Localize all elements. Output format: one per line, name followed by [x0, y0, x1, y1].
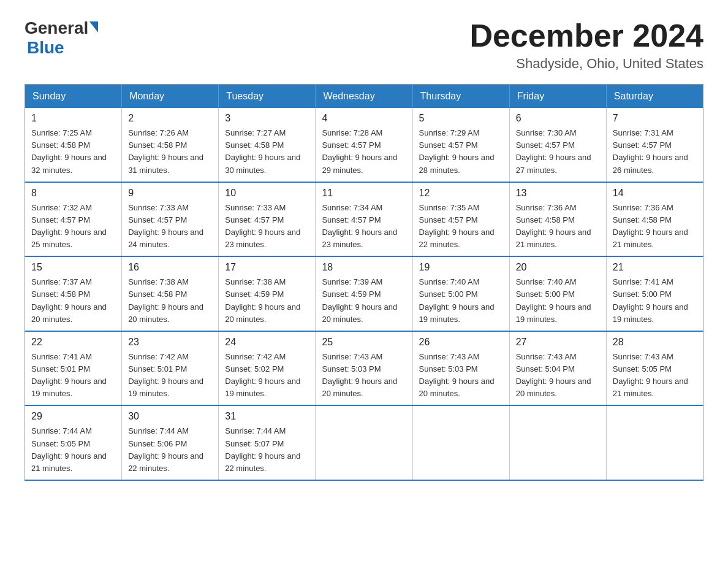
- day-info: Sunrise: 7:30 AMSunset: 4:57 PMDaylight:…: [516, 127, 600, 177]
- page-header: General Blue December 2024 Shadyside, Oh…: [25, 18, 703, 72]
- day-number: 26: [419, 337, 503, 348]
- calendar-cell: 2Sunrise: 7:26 AMSunset: 4:58 PMDaylight…: [122, 108, 219, 182]
- day-info: Sunrise: 7:44 AMSunset: 5:07 PMDaylight:…: [225, 425, 309, 475]
- calendar-cell: 21Sunrise: 7:41 AMSunset: 5:00 PMDayligh…: [606, 256, 703, 331]
- calendar-cell: 10Sunrise: 7:33 AMSunset: 4:57 PMDayligh…: [219, 182, 316, 257]
- day-header-monday: Monday: [122, 85, 219, 109]
- day-info: Sunrise: 7:28 AMSunset: 4:57 PMDaylight:…: [322, 127, 406, 177]
- day-number: 7: [613, 113, 697, 124]
- day-info: Sunrise: 7:32 AMSunset: 4:57 PMDaylight:…: [31, 202, 115, 251]
- day-info: Sunrise: 7:34 AMSunset: 4:57 PMDaylight:…: [322, 202, 406, 251]
- day-info: Sunrise: 7:36 AMSunset: 4:58 PMDaylight:…: [613, 202, 697, 251]
- day-number: 6: [516, 113, 600, 124]
- day-info: Sunrise: 7:38 AMSunset: 4:59 PMDaylight:…: [225, 276, 309, 326]
- day-info: Sunrise: 7:36 AMSunset: 4:58 PMDaylight:…: [516, 202, 600, 251]
- calendar-cell: 24Sunrise: 7:42 AMSunset: 5:02 PMDayligh…: [219, 331, 316, 406]
- day-number: 13: [516, 188, 600, 199]
- day-number: 5: [419, 113, 503, 124]
- calendar-cell: 25Sunrise: 7:43 AMSunset: 5:03 PMDayligh…: [316, 331, 412, 406]
- day-header-thursday: Thursday: [412, 85, 509, 109]
- day-number: 20: [516, 262, 600, 273]
- calendar-cell: 15Sunrise: 7:37 AMSunset: 4:58 PMDayligh…: [25, 256, 122, 331]
- day-number: 14: [613, 188, 697, 199]
- day-number: 21: [613, 262, 697, 273]
- day-info: Sunrise: 7:44 AMSunset: 5:05 PMDaylight:…: [31, 425, 115, 475]
- calendar-cell: 5Sunrise: 7:29 AMSunset: 4:57 PMDaylight…: [412, 108, 509, 182]
- calendar-cell: 18Sunrise: 7:39 AMSunset: 4:59 PMDayligh…: [316, 256, 412, 331]
- day-header-friday: Friday: [509, 85, 606, 109]
- calendar-week-row: 29Sunrise: 7:44 AMSunset: 5:05 PMDayligh…: [25, 405, 703, 480]
- calendar-cell: [412, 405, 509, 480]
- day-info: Sunrise: 7:29 AMSunset: 4:57 PMDaylight:…: [419, 127, 503, 177]
- day-number: 31: [225, 411, 309, 422]
- calendar-cell: 27Sunrise: 7:43 AMSunset: 5:04 PMDayligh…: [509, 331, 606, 406]
- calendar-cell: 4Sunrise: 7:28 AMSunset: 4:57 PMDaylight…: [316, 108, 412, 182]
- calendar-cell: 29Sunrise: 7:44 AMSunset: 5:05 PMDayligh…: [25, 405, 122, 480]
- calendar-week-row: 15Sunrise: 7:37 AMSunset: 4:58 PMDayligh…: [25, 256, 703, 331]
- day-info: Sunrise: 7:43 AMSunset: 5:03 PMDaylight:…: [322, 351, 406, 400]
- calendar-cell: 28Sunrise: 7:43 AMSunset: 5:05 PMDayligh…: [606, 331, 703, 406]
- calendar-cell: 9Sunrise: 7:33 AMSunset: 4:57 PMDaylight…: [122, 182, 219, 257]
- day-number: 8: [31, 188, 115, 199]
- day-number: 27: [516, 337, 600, 348]
- day-info: Sunrise: 7:43 AMSunset: 5:04 PMDaylight:…: [516, 351, 600, 400]
- calendar-cell: 8Sunrise: 7:32 AMSunset: 4:57 PMDaylight…: [25, 182, 122, 257]
- day-number: 24: [225, 337, 309, 348]
- day-info: Sunrise: 7:42 AMSunset: 5:01 PMDaylight:…: [128, 351, 212, 400]
- day-info: Sunrise: 7:26 AMSunset: 4:58 PMDaylight:…: [128, 127, 212, 177]
- logo-blue-text: Blue: [27, 38, 64, 57]
- day-info: Sunrise: 7:41 AMSunset: 5:01 PMDaylight:…: [31, 351, 115, 400]
- day-number: 30: [128, 411, 212, 422]
- day-header-sunday: Sunday: [25, 85, 122, 109]
- calendar-cell: 31Sunrise: 7:44 AMSunset: 5:07 PMDayligh…: [219, 405, 316, 480]
- day-info: Sunrise: 7:31 AMSunset: 4:57 PMDaylight:…: [613, 127, 697, 177]
- day-number: 16: [128, 262, 212, 273]
- day-info: Sunrise: 7:44 AMSunset: 5:06 PMDaylight:…: [128, 425, 212, 475]
- day-number: 22: [31, 337, 115, 348]
- calendar-cell: 13Sunrise: 7:36 AMSunset: 4:58 PMDayligh…: [509, 182, 606, 257]
- day-number: 2: [128, 113, 212, 124]
- day-info: Sunrise: 7:27 AMSunset: 4:58 PMDaylight:…: [225, 127, 309, 177]
- calendar-cell: 7Sunrise: 7:31 AMSunset: 4:57 PMDaylight…: [606, 108, 703, 182]
- calendar-cell: 23Sunrise: 7:42 AMSunset: 5:01 PMDayligh…: [122, 331, 219, 406]
- day-info: Sunrise: 7:39 AMSunset: 4:59 PMDaylight:…: [322, 276, 406, 326]
- day-info: Sunrise: 7:42 AMSunset: 5:02 PMDaylight:…: [225, 351, 309, 400]
- day-info: Sunrise: 7:35 AMSunset: 4:57 PMDaylight:…: [419, 202, 503, 251]
- day-info: Sunrise: 7:43 AMSunset: 5:05 PMDaylight:…: [613, 351, 697, 400]
- logo: General Blue: [25, 18, 98, 58]
- day-info: Sunrise: 7:43 AMSunset: 5:03 PMDaylight:…: [419, 351, 503, 400]
- calendar-cell: 19Sunrise: 7:40 AMSunset: 5:00 PMDayligh…: [412, 256, 509, 331]
- calendar-week-row: 1Sunrise: 7:25 AMSunset: 4:58 PMDaylight…: [25, 108, 703, 182]
- day-header-wednesday: Wednesday: [316, 85, 412, 109]
- day-number: 4: [322, 113, 406, 124]
- calendar-cell: [509, 405, 606, 480]
- location-subtitle: Shadyside, Ohio, United States: [469, 56, 703, 72]
- calendar-cell: [606, 405, 703, 480]
- day-info: Sunrise: 7:37 AMSunset: 4:58 PMDaylight:…: [31, 276, 115, 326]
- logo-general-text: General: [25, 18, 88, 38]
- day-number: 9: [128, 188, 212, 199]
- day-number: 3: [225, 113, 309, 124]
- calendar-cell: 14Sunrise: 7:36 AMSunset: 4:58 PMDayligh…: [606, 182, 703, 257]
- calendar-week-row: 8Sunrise: 7:32 AMSunset: 4:57 PMDaylight…: [25, 182, 703, 257]
- day-number: 17: [225, 262, 309, 273]
- day-info: Sunrise: 7:40 AMSunset: 5:00 PMDaylight:…: [516, 276, 600, 326]
- calendar-week-row: 22Sunrise: 7:41 AMSunset: 5:01 PMDayligh…: [25, 331, 703, 406]
- day-number: 23: [128, 337, 212, 348]
- day-number: 29: [31, 411, 115, 422]
- day-number: 11: [322, 188, 406, 199]
- calendar-cell: 17Sunrise: 7:38 AMSunset: 4:59 PMDayligh…: [219, 256, 316, 331]
- day-info: Sunrise: 7:40 AMSunset: 5:00 PMDaylight:…: [419, 276, 503, 326]
- day-number: 19: [419, 262, 503, 273]
- day-number: 28: [613, 337, 697, 348]
- calendar-cell: 12Sunrise: 7:35 AMSunset: 4:57 PMDayligh…: [412, 182, 509, 257]
- calendar-table: SundayMondayTuesdayWednesdayThursdayFrid…: [25, 84, 703, 481]
- calendar-cell: 22Sunrise: 7:41 AMSunset: 5:01 PMDayligh…: [25, 331, 122, 406]
- day-header-tuesday: Tuesday: [219, 85, 316, 109]
- calendar-cell: 3Sunrise: 7:27 AMSunset: 4:58 PMDaylight…: [219, 108, 316, 182]
- calendar-cell: 26Sunrise: 7:43 AMSunset: 5:03 PMDayligh…: [412, 331, 509, 406]
- day-header-saturday: Saturday: [606, 85, 703, 109]
- calendar-cell: 20Sunrise: 7:40 AMSunset: 5:00 PMDayligh…: [509, 256, 606, 331]
- day-number: 1: [31, 113, 115, 124]
- calendar-cell: 1Sunrise: 7:25 AMSunset: 4:58 PMDaylight…: [25, 108, 122, 182]
